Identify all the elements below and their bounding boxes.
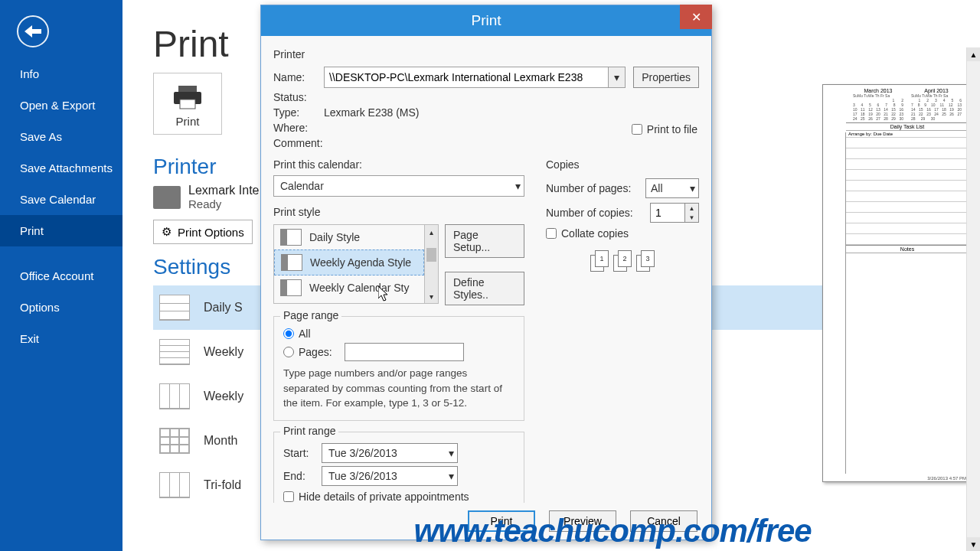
scroll-down-icon[interactable]: ▼: [967, 537, 980, 551]
dialog-title: Print: [471, 12, 501, 29]
start-label: Start:: [283, 447, 314, 459]
watermark-url: www.teachucomp.com/free: [260, 513, 965, 549]
status-label: Status:: [273, 91, 324, 103]
printer-name: Lexmark Inte: [188, 184, 259, 197]
sidebar-item-save-attachments[interactable]: Save Attachments: [0, 152, 122, 184]
close-icon: ✕: [691, 10, 701, 24]
scroll-up-icon[interactable]: ▲: [967, 47, 980, 61]
printer-icon: [172, 84, 203, 110]
page-range-hint: Type page numbers and/or page ranges sep…: [283, 366, 514, 411]
sidebar-item-office-account[interactable]: Office Account: [0, 260, 122, 292]
num-copies-spinner[interactable]: ▲▼: [650, 203, 699, 223]
print-dialog: Print ✕ Printer Name: ▾ Properties Statu…: [260, 5, 712, 540]
scroll-down-icon[interactable]: ▾: [425, 289, 438, 303]
sidebar-item-exit[interactable]: Exit: [0, 323, 122, 354]
spinner-down-icon[interactable]: ▼: [685, 213, 698, 222]
page-range-all-radio[interactable]: [283, 328, 294, 339]
sidebar-item-save-as[interactable]: Save As: [0, 121, 122, 152]
sidebar-item-save-calendar[interactable]: Save Calendar: [0, 184, 122, 215]
chevron-down-icon: ▾: [614, 71, 619, 83]
printer-ready-status: Ready: [188, 197, 259, 210]
page-setup-button[interactable]: Page Setup...: [445, 224, 524, 258]
mini-calendar-april: April 2013 SuMo TuWe Th Fr Sa 123456 789…: [911, 88, 962, 121]
svg-rect-0: [178, 86, 197, 92]
collate-checkbox[interactable]: [546, 228, 557, 239]
vertical-scrollbar[interactable]: ▲ ▼: [966, 47, 980, 551]
printer-dropdown-button[interactable]: ▾: [609, 67, 626, 88]
dialog-close-button[interactable]: ✕: [680, 5, 712, 29]
num-pages-label: Number of pages:: [546, 182, 631, 194]
calendar-select[interactable]: Calendar ▾: [273, 175, 524, 197]
print-this-calendar-label: Print this calendar:: [273, 158, 524, 171]
comment-label: Comment:: [273, 137, 335, 149]
mouse-cursor-icon: [378, 286, 390, 302]
backstage-sidebar: Info Open & Export Save As Save Attachme…: [0, 0, 122, 551]
end-date-select[interactable]: Tue 3/26/2013▾: [322, 466, 458, 486]
sidebar-item-info[interactable]: Info: [0, 58, 122, 90]
define-styles-button[interactable]: Define Styles..: [445, 272, 524, 305]
chevron-down-icon: ▾: [690, 182, 695, 194]
collate-label: Collate copies: [561, 227, 629, 240]
hide-private-label: Hide details of private appointments: [299, 491, 469, 503]
printer-name-select[interactable]: [324, 67, 609, 88]
scroll-up-icon[interactable]: ▴: [425, 225, 438, 239]
printer-group-label: Printer: [273, 48, 699, 60]
num-copies-input[interactable]: [651, 204, 684, 222]
num-pages-select[interactable]: All▾: [645, 178, 699, 198]
page-range-pages-label: Pages:: [299, 346, 332, 358]
sidebar-item-open-export[interactable]: Open & Export: [0, 90, 122, 121]
print-to-file-label: Print to file: [647, 123, 697, 135]
mini-calendar-march: March 2013 SuMo TuWe Th Fr Sa 12 3456789…: [853, 88, 903, 121]
print-style-label: Print style: [273, 206, 524, 218]
print-options-button[interactable]: ⚙ Print Options: [153, 220, 253, 244]
notes-heading: Notes: [846, 245, 969, 253]
dialog-title-bar[interactable]: Print ✕: [261, 5, 711, 36]
chevron-down-icon: ▾: [449, 470, 454, 482]
daily-task-list-heading: Daily Task List: [846, 123, 969, 131]
back-button[interactable]: [17, 15, 49, 47]
print-range-legend: Print range: [280, 425, 338, 437]
svg-rect-2: [180, 99, 195, 109]
style-daily[interactable]: Daily Style: [274, 225, 424, 249]
where-label: Where:: [273, 122, 324, 134]
print-button-label: Print: [176, 115, 200, 128]
style-weekly-agenda[interactable]: Weekly Agenda Style: [274, 249, 424, 276]
preview-footer-timestamp: 3/26/2013 4:57 PM: [846, 475, 969, 481]
print-big-button[interactable]: Print: [153, 73, 222, 135]
printer-status-icon: [153, 186, 181, 209]
type-value: Lexmark E238 (MS): [324, 106, 419, 119]
copies-group-label: Copies: [546, 158, 699, 171]
collate-illustration: 11 22 33: [546, 250, 699, 272]
chevron-down-icon: ▾: [449, 447, 454, 459]
spinner-up-icon[interactable]: ▲: [685, 204, 698, 213]
properties-button[interactable]: Properties: [633, 67, 699, 88]
end-label: End:: [283, 470, 314, 482]
chevron-down-icon: ▾: [515, 180, 521, 192]
print-to-file-checkbox[interactable]: [632, 124, 642, 135]
style-weekly-calendar[interactable]: Weekly Calendar Sty: [274, 276, 424, 300]
name-label: Name:: [273, 71, 324, 83]
num-copies-label: Number of copies:: [546, 207, 633, 219]
page-range-pages-radio[interactable]: [283, 347, 294, 357]
style-scrollbar[interactable]: ▴ ▾: [424, 225, 438, 303]
page-range-all-label: All: [299, 328, 311, 340]
start-date-select[interactable]: Tue 3/26/2013▾: [322, 443, 458, 463]
pages-input[interactable]: [345, 343, 464, 361]
print-preview-page: March 2013 SuMo TuWe Th Fr Sa 12 3456789…: [822, 84, 969, 482]
arrange-by-label: Arrange by: Due Date: [846, 131, 969, 138]
type-label: Type:: [273, 106, 324, 119]
sidebar-item-print[interactable]: Print: [0, 215, 122, 246]
sidebar-item-options[interactable]: Options: [0, 292, 122, 323]
page-range-legend: Page range: [280, 309, 341, 321]
hide-private-checkbox[interactable]: [283, 491, 294, 502]
gear-icon: ⚙: [162, 225, 172, 239]
